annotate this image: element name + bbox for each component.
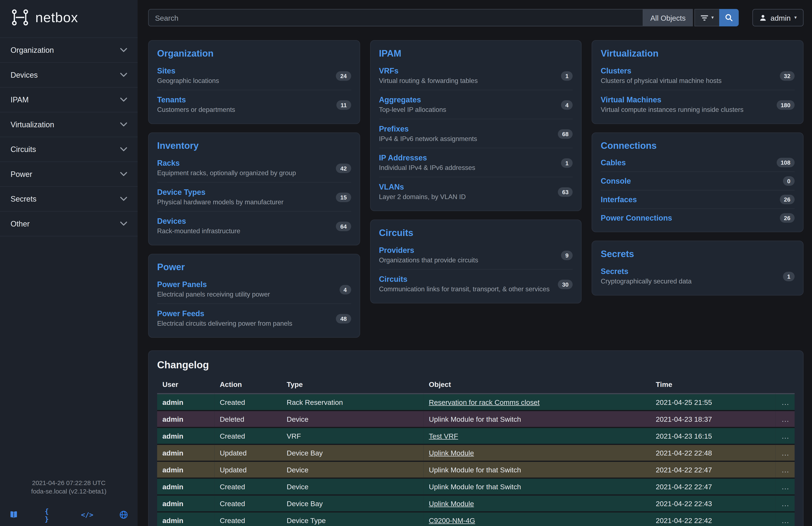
changelog-row: adminUpdatedDeviceUplink Module for that…	[157, 461, 795, 478]
card-item: CircuitsCommunication links for transit,…	[379, 269, 573, 298]
row-actions-button[interactable]: ...	[775, 394, 795, 411]
count-badge: 15	[336, 192, 351, 202]
row-actions-button[interactable]: ...	[775, 495, 795, 512]
changelog-object-link[interactable]: C9200-NM-4G	[429, 516, 475, 524]
card-item-link[interactable]: Power Panels	[157, 280, 207, 289]
sidebar: netbox OrganizationDevicesIPAMVirtualiza…	[0, 0, 138, 526]
sidebar-item-devices[interactable]: Devices	[0, 62, 138, 87]
logo-text: netbox	[35, 9, 78, 26]
row-actions-button[interactable]: ...	[775, 427, 795, 444]
card-item-text: Console	[601, 176, 631, 186]
changelog-action-cell: Created	[215, 512, 281, 526]
sidebar-item-circuits[interactable]: Circuits	[0, 137, 138, 162]
row-actions-button[interactable]: ...	[775, 411, 795, 427]
changelog-card: Changelog UserActionTypeObjectTime admin…	[148, 351, 804, 526]
sidebar-item-power[interactable]: Power	[0, 161, 138, 186]
card-list: ClustersClusters of physical virtual mac…	[601, 61, 795, 119]
count-badge: 26	[780, 195, 795, 204]
card-item: Device TypesPhysical hardware models by …	[157, 182, 351, 211]
card-item-text: Virtual MachinesVirtual compute instance…	[601, 95, 743, 115]
search-filter-button[interactable]: ▾	[695, 9, 720, 27]
dashboard-column-3: Virtualization ClustersClusters of physi…	[592, 40, 803, 338]
changelog-object-link[interactable]: Reservation for rack Comms closet	[429, 398, 539, 406]
card-item-link[interactable]: Console	[601, 176, 631, 185]
card-item: VRFsVirtual routing & forwarding tables1	[379, 61, 573, 90]
card-item-link[interactable]: Device Types	[157, 188, 205, 196]
card-item-link[interactable]: Tenants	[157, 96, 186, 104]
card-item-link[interactable]: Prefixes	[379, 125, 409, 133]
row-actions-button[interactable]: ...	[775, 512, 795, 526]
card-item-link[interactable]: Racks	[157, 159, 180, 167]
card-item: TenantsCustomers or departments11	[157, 90, 351, 119]
row-actions-button[interactable]: ...	[775, 461, 795, 478]
card-item: SitesGeographic locations24	[157, 61, 351, 90]
changelog-object-cell: Uplink Module for that Switch	[423, 461, 650, 478]
changelog-action-cell: Updated	[215, 444, 281, 461]
card-item-subtitle: Physical hardware models by manufacturer	[157, 198, 284, 207]
card-item-link[interactable]: Providers	[379, 246, 414, 254]
changelog-object-text: Uplink Module for that Switch	[429, 466, 521, 474]
card-item-subtitle: Virtual routing & forwarding tables	[379, 76, 478, 86]
row-actions-button[interactable]: ...	[775, 478, 795, 495]
netbox-logo[interactable]: netbox	[0, 0, 138, 32]
search-scope-button[interactable]: All Objects	[643, 9, 693, 27]
card-item-text: DevicesRack-mounted infrastructure	[157, 216, 240, 236]
sidebar-item-ipam[interactable]: IPAM	[0, 87, 138, 112]
card-item: IP AddressesIndividual IPv4 & IPv6 addre…	[379, 148, 573, 177]
code-brackets-icon[interactable]: </>	[82, 510, 93, 520]
card-item-link[interactable]: Virtual Machines	[601, 96, 661, 104]
count-badge: 42	[336, 164, 351, 173]
changelog-actions-column-header	[775, 378, 795, 394]
search-input[interactable]	[148, 9, 644, 27]
changelog-user-cell: admin	[157, 512, 215, 526]
card-item-link[interactable]: Circuits	[379, 275, 407, 283]
changelog-object-cell: Uplink Module for that Switch	[423, 478, 650, 495]
card-item-link[interactable]: Power Feeds	[157, 309, 204, 318]
docs-book-icon[interactable]	[8, 510, 19, 520]
changelog-object-link[interactable]: Uplink Module	[429, 499, 474, 508]
footer-icons: { } </>	[0, 510, 138, 520]
card-item-link[interactable]: Power Connections	[601, 213, 672, 222]
card-item-link[interactable]: Clusters	[601, 67, 631, 75]
card-item-text: ClustersClusters of physical virtual mac…	[601, 66, 722, 86]
card-item-subtitle: Electrical panels receiving utility powe…	[157, 290, 270, 299]
topbar: All Objects ▾	[148, 9, 804, 27]
count-badge: 64	[336, 222, 351, 231]
sidebar-item-organization[interactable]: Organization	[0, 38, 138, 62]
card-item-link[interactable]: VLANs	[379, 183, 404, 191]
card-item-link[interactable]: Interfaces	[601, 195, 637, 203]
user-menu-button[interactable]: admin ▾	[753, 9, 803, 27]
search-submit-button[interactable]	[720, 9, 739, 27]
card-item: Power Connections26	[601, 209, 795, 227]
card-item-link[interactable]: VRFs	[379, 67, 398, 75]
sidebar-item-label: Circuits	[11, 145, 36, 154]
changelog-user-cell: admin	[157, 461, 215, 478]
chevron-down-icon	[120, 172, 127, 176]
card-item-link[interactable]: Secrets	[601, 267, 628, 275]
card-item-subtitle: Cryptographically secured data	[601, 277, 692, 286]
card-item-link[interactable]: Aggregates	[379, 96, 421, 104]
changelog-object-link[interactable]: Uplink Module	[429, 449, 474, 457]
card-item-link[interactable]: Devices	[157, 217, 186, 225]
sidebar-item-virtualization[interactable]: Virtualization	[0, 112, 138, 137]
card-item-text: Power Connections	[601, 213, 672, 223]
card-item-text: PrefixesIPv4 & IPv6 network assignments	[379, 124, 477, 144]
sidebar-item-other[interactable]: Other	[0, 211, 138, 237]
changelog-time-cell: 2021-04-23 16:15	[650, 427, 775, 444]
changelog-row: adminCreatedDevice BayUplink Module2021-…	[157, 495, 795, 512]
card-item-link[interactable]: Sites	[157, 67, 175, 75]
changelog-object-link[interactable]: Test VRF	[429, 432, 458, 440]
row-actions-button[interactable]: ...	[775, 444, 795, 461]
api-braces-icon[interactable]: { }	[45, 510, 56, 520]
card-item-link[interactable]: Cables	[601, 158, 626, 167]
card-list: Cables108Console0Interfaces26Power Conne…	[601, 154, 795, 227]
card-item-link[interactable]: IP Addresses	[379, 154, 427, 162]
community-globe-icon[interactable]	[118, 510, 130, 520]
card-list: ProvidersOrganizations that provide circ…	[379, 241, 573, 298]
sidebar-item-secrets[interactable]: Secrets	[0, 186, 138, 211]
changelog-time-cell: 2021-04-22 22:43	[650, 495, 775, 512]
chevron-down-icon	[120, 197, 127, 201]
user-icon	[759, 14, 767, 21]
card-item-text: Interfaces	[601, 195, 637, 204]
changelog-action-cell: Created	[215, 394, 281, 411]
